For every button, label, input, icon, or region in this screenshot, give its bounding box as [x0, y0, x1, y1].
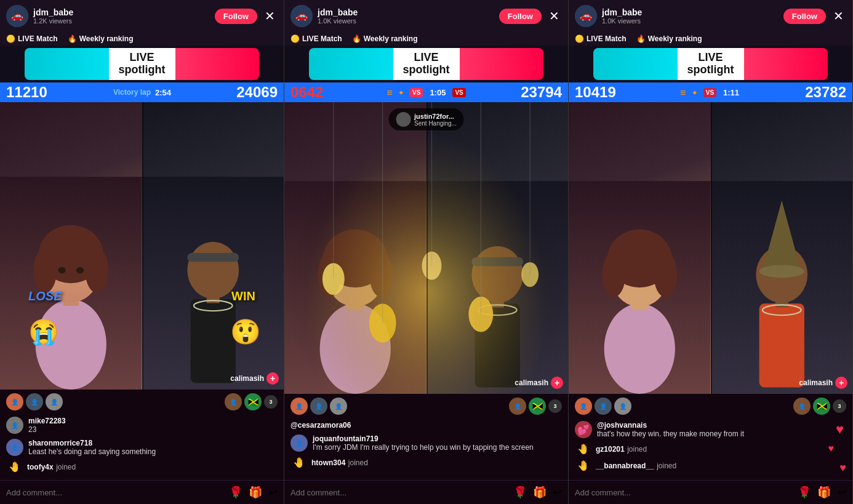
- spotlight-left-2: [309, 48, 393, 80]
- add-comment-bar-3: 🌹 🎁 ↩: [569, 480, 852, 504]
- spotlight-banner-1: LIVEspotlight: [25, 48, 259, 80]
- gift-notification-2: justin72for... Sent Hanging...: [388, 108, 464, 130]
- avatar-1: 🚗: [6, 5, 28, 27]
- score-bar-1: 11210 Victory lap 2:54 24069: [0, 82, 284, 102]
- comment-body-2c: htown304 joined: [311, 457, 562, 468]
- spotlight-banner-2: LIVEspotlight: [309, 48, 543, 80]
- svg-point-7: [33, 248, 57, 293]
- rose-icon-2[interactable]: 🌹: [513, 486, 527, 499]
- close-button-3[interactable]: ✕: [831, 7, 846, 25]
- comment-item-3a: 💕 @joshvannais that's how they win. they…: [575, 421, 846, 438]
- add-user-btn-2[interactable]: +: [551, 377, 563, 389]
- svg-point-57: [759, 265, 804, 278]
- comment-input-1[interactable]: [6, 488, 223, 497]
- spotlight-right-2: [460, 48, 544, 80]
- video-left-2: [284, 102, 426, 394]
- gift-icon-3[interactable]: 🎁: [817, 486, 831, 499]
- close-button-2[interactable]: ✕: [547, 7, 562, 25]
- username-3: jdm_babe: [602, 7, 779, 17]
- follow-button-2[interactable]: Follow: [499, 9, 542, 24]
- svg-rect-15: [187, 253, 239, 262]
- commenter-name-3b: gz10201: [596, 445, 625, 454]
- live-match-emoji-1: 🟡: [6, 34, 15, 43]
- viewer-av-1e: 🇯🇲: [244, 393, 262, 410]
- score-left-1: 11210: [6, 84, 108, 101]
- spotlight-banner-3: LIVEspotlight: [593, 48, 828, 80]
- heart-float-3a: ♥: [836, 422, 844, 438]
- svg-rect-53: [759, 303, 804, 387]
- video-area-1: LOSE 😭 WIN 😲 calimasih +: [0, 102, 284, 390]
- weekly-ranking-2: 🔥 Weekly ranking: [352, 34, 418, 43]
- panel-header-3: 🚗 jdm_babe 1.0K viewers Follow ✕: [569, 0, 852, 32]
- gift-icon-2[interactable]: 🎁: [533, 486, 547, 499]
- comment-input-2[interactable]: [290, 488, 507, 497]
- close-button-1[interactable]: ✕: [262, 7, 278, 25]
- notif-content-2: justin72for... Sent Hanging...: [414, 113, 457, 127]
- viewers-1: 1.2K viewers: [33, 17, 210, 25]
- username-2: jdm_babe: [318, 7, 494, 17]
- comment-item-1a: 👤 mike72283 23: [6, 417, 278, 434]
- spotlight-left-3: [593, 48, 678, 80]
- panel-divider-3: [711, 102, 712, 394]
- add-user-btn-3[interactable]: +: [835, 377, 847, 389]
- commenter-avatar-1b: 👤: [6, 439, 23, 456]
- viewer-count-1: 3: [264, 395, 278, 409]
- follow-button-3[interactable]: Follow: [783, 9, 826, 24]
- score-left-2: 0642: [290, 84, 384, 101]
- viewer-av-2d: 👤: [509, 398, 526, 415]
- follow-button-1[interactable]: Follow: [215, 9, 257, 24]
- notif-username-2: justin72for...: [414, 113, 457, 120]
- weekly-emoji-1: 🔥: [68, 34, 77, 43]
- spotlight-center-3: LIVEspotlight: [678, 48, 744, 80]
- user-info-1: jdm_babe 1.2K viewers: [33, 7, 210, 25]
- video-sim-left-1: [0, 102, 142, 390]
- spotlight-center-1: LIVEspotlight: [109, 48, 175, 80]
- live-match-2: 🟡 LIVE Match: [290, 34, 342, 43]
- svg-point-24: [318, 252, 341, 297]
- comment-join-2c: joined: [348, 458, 368, 467]
- svg-point-14: [187, 242, 239, 298]
- spotlight-right-1: [175, 48, 260, 80]
- share-icon-3[interactable]: ↩: [837, 486, 846, 499]
- rose-icon-1[interactable]: 🌹: [229, 486, 242, 499]
- viewer-av-1c: 👤: [46, 393, 63, 410]
- share-icon-1[interactable]: ↩: [268, 486, 278, 499]
- spotlight-right-3: [744, 48, 828, 80]
- share-icon-2[interactable]: ↩: [553, 486, 562, 499]
- stream-panel-2: 🚗 jdm_babe 1.0K viewers Follow ✕ 🟡 LIVE …: [284, 0, 569, 504]
- commenter-name-3a: @joshvannais: [597, 421, 744, 430]
- svg-rect-12: [190, 299, 235, 383]
- score-left-3: 10419: [575, 84, 678, 101]
- commenter-name-2b: joquanfountain719: [313, 434, 534, 443]
- viewers-row-1: 👤 👤 👤 👤 🇯🇲 3: [0, 390, 284, 414]
- comment-item-2b: 👤 joquanfountain719 I'm sorry JDM I'm re…: [290, 434, 562, 452]
- commenter-name-2a: @cesarzamora06: [290, 421, 351, 430]
- comment-text-3a: that's how they win. they make money fro…: [597, 430, 744, 438]
- join-username-2: calimasih: [515, 378, 548, 387]
- vs-icon-2b: VS: [452, 88, 465, 97]
- live-match-emoji-2: 🟡: [290, 34, 300, 43]
- live-match-3: 🟡 LIVE Match: [575, 34, 627, 43]
- viewer-av-3d: 👤: [793, 398, 811, 415]
- comment-input-3[interactable]: [575, 488, 791, 497]
- svg-point-50: [602, 252, 625, 297]
- score-right-2: 23794: [468, 84, 562, 101]
- video-sim-right-1: [142, 102, 284, 390]
- stream-panel-1: 🚗 jdm_babe 1.2K viewers Follow ✕ 🟡 LIVE …: [0, 0, 284, 504]
- join-icon-3c: 🤚: [575, 460, 592, 471]
- live-match-emoji-3: 🟡: [575, 34, 584, 43]
- add-comment-bar-1: 🌹 🎁 ↩: [0, 480, 284, 504]
- avatar-2: 🚗: [290, 5, 313, 27]
- svg-point-46: [604, 303, 675, 394]
- svg-rect-27: [475, 303, 519, 387]
- rose-icon-3[interactable]: 🌹: [798, 486, 811, 499]
- vs-icon-2: VS: [410, 88, 423, 97]
- comment-body-2b: joquanfountain719 I'm sorry JDM I'm real…: [313, 434, 534, 452]
- spotlight-text-2: LIVEspotlight: [403, 52, 450, 76]
- gift-icon-1[interactable]: 🎁: [249, 486, 262, 499]
- comment-text-1a: 23: [28, 425, 66, 434]
- viewers-row-2: 👤 👤 👤 👤 🇯🇲 3: [284, 394, 568, 418]
- commenter-name-1b: sharonmorrice718: [28, 439, 156, 447]
- add-user-btn-1[interactable]: +: [266, 372, 279, 385]
- score-arrows-3: ≡ 🔸: [680, 87, 701, 98]
